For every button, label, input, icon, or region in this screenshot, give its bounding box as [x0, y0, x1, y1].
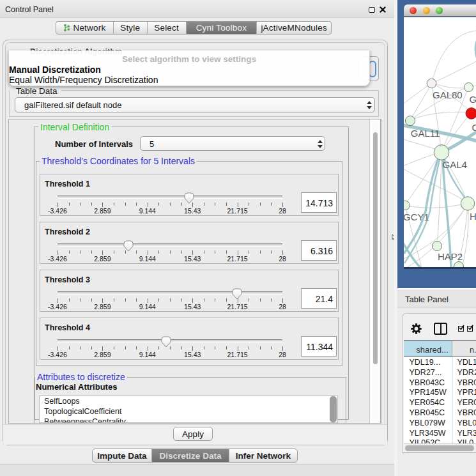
svg-text:HI: HI: [470, 211, 476, 222]
svg-text:CD: CD: [472, 122, 476, 133]
svg-text:GAL11: GAL11: [410, 128, 440, 139]
svg-text:GAL4: GAL4: [442, 159, 466, 170]
svg-text:HAP2: HAP2: [438, 251, 463, 262]
svg-text:GCY1: GCY1: [404, 211, 429, 222]
svg-text:GA: GA: [469, 94, 476, 105]
svg-text:GAL80: GAL80: [433, 89, 463, 100]
